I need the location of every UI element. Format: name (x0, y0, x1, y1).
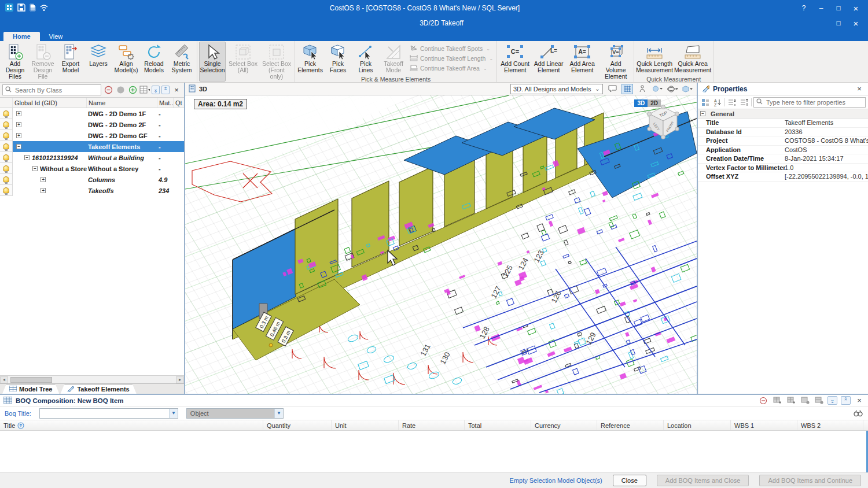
model-canvas[interactable]: 123124125126127128129130131 0.3 m 0.46 m… (185, 95, 697, 394)
table-view-dropdown-icon[interactable] (139, 85, 150, 95)
tree-row[interactable]: +DWG - 2D Demo 1F- (0, 108, 184, 119)
toggle-2d-button[interactable]: 2D (648, 99, 661, 107)
database-icon[interactable] (29, 3, 36, 13)
boq-expand-icon[interactable]: ⌄⌄ (827, 396, 837, 405)
tab-model-tree[interactable]: Model Tree (2, 384, 59, 394)
collapse-rows-icon[interactable] (739, 97, 749, 108)
boq-column-header[interactable]: Rate (399, 420, 465, 430)
property-row[interactable]: Offset XYZ[-22.20955022139894, -0.0, 12.… (698, 172, 868, 182)
binoculars-icon[interactable] (853, 409, 863, 418)
col-global-id[interactable]: Global Id (GID) (13, 98, 87, 108)
boq-title-combo[interactable]: ▼ (39, 408, 178, 419)
visibility-bulb-icon[interactable] (3, 121, 9, 128)
network-icon[interactable] (39, 4, 49, 13)
save-icon[interactable] (17, 3, 25, 13)
tree-expander[interactable]: − (24, 155, 30, 160)
col-mat[interactable]: Mat... (157, 98, 174, 108)
col-qt[interactable]: Qt (174, 98, 184, 108)
property-row[interactable]: Vertex Factor to Millimeter1.0 (698, 164, 868, 173)
table-add-row-icon[interactable] (772, 396, 782, 405)
boq-column-header[interactable]: Quantity (263, 420, 332, 430)
pick-faces-button[interactable]: Pick Faces (325, 42, 351, 75)
tree-expander[interactable]: − (32, 166, 38, 171)
tree-row[interactable]: +Takeoffs234 (0, 185, 184, 196)
visibility-bulb-icon[interactable] (3, 154, 9, 161)
properties-filter-box[interactable] (753, 97, 866, 108)
pick-lines-button[interactable]: Pick Lines (352, 42, 379, 75)
scroll-right-arrow[interactable]: ▸ (176, 376, 184, 383)
tab-view[interactable]: View (40, 32, 72, 41)
doc-close-button[interactable]: × (848, 18, 863, 28)
help-button[interactable]: ? (796, 3, 811, 13)
tree-row[interactable]: −Without a StoreyWithout a Storey- (0, 163, 184, 174)
scroll-thumb[interactable] (10, 377, 52, 383)
horizontal-scrollbar[interactable]: ◂ ▸ (0, 375, 184, 383)
boq-table-body[interactable] (0, 431, 868, 472)
boq-column-header[interactable]: WBS 2 (797, 420, 863, 430)
property-row[interactable]: ProjectCOSTOS8 - CostOS 8 What's New (698, 136, 868, 146)
object-combo[interactable]: Object ▼ (186, 408, 284, 419)
remove-circle-icon[interactable] (103, 85, 113, 95)
tree-expander[interactable]: + (16, 111, 21, 116)
visibility-bulb-icon[interactable] (3, 165, 9, 172)
design-selector-combo[interactable]: 3D. All Designs and Models ⌄ (510, 84, 603, 94)
property-row[interactable]: TitleTakeoff Elements (698, 119, 868, 128)
add-area-element-button[interactable]: A= Add Area Element (566, 42, 598, 82)
col-name[interactable]: Name (87, 98, 157, 108)
empty-selection-link[interactable]: Empty Selection Model Object(s) (510, 477, 602, 484)
grid-toggle-icon[interactable] (621, 84, 633, 94)
tab-home[interactable]: Home (3, 32, 40, 41)
doc-restore-button[interactable]: □ (831, 18, 846, 28)
tab-takeoff-elements[interactable]: Takeoff Elements (60, 384, 136, 394)
quick-length-measurement-button[interactable]: Quick Length Measurement (636, 42, 673, 75)
property-row[interactable]: Creation Date/Time8-Jan-2021 15:34:17 (698, 154, 868, 164)
visibility-bulb-icon[interactable] (3, 110, 9, 117)
boq-column-header[interactable]: Currency (531, 420, 597, 430)
shading-mode-icon[interactable] (652, 84, 663, 94)
comment-icon[interactable] (606, 84, 618, 94)
add-count-element-button[interactable]: C= Add Count Element (499, 42, 531, 82)
table-add-col-icon[interactable] (786, 396, 796, 405)
export-model-button[interactable]: Export Model (57, 42, 84, 82)
tree-expander[interactable]: − (16, 144, 21, 149)
sort-az-icon[interactable]: AZ (712, 97, 723, 108)
table-split-icon[interactable] (814, 396, 824, 405)
pick-elements-button[interactable]: Pick Elements (297, 42, 323, 75)
orbit-icon[interactable] (667, 84, 678, 94)
boq-column-header[interactable]: Title (0, 420, 263, 430)
tree-row[interactable]: +DWG - 2D Demo GF- (0, 130, 184, 141)
align-models-button[interactable]: Align Model(s) (113, 42, 139, 82)
collapse-all-icon[interactable]: ⌃⌃ (161, 86, 170, 94)
properties-filter-input[interactable] (765, 98, 863, 106)
tree-row[interactable]: −Takeoff Elements- (0, 141, 184, 152)
boq-close-icon[interactable]: × (854, 396, 865, 405)
add-linear-element-button[interactable]: L= Add Linear Element (532, 42, 565, 82)
tree-row[interactable]: +DWG - 2D Demo 2F- (0, 119, 184, 130)
expand-rows-icon[interactable] (727, 97, 737, 108)
add-circle-icon[interactable] (127, 85, 138, 95)
tree-expander[interactable]: + (41, 177, 46, 182)
boq-column-header[interactable]: Location (664, 420, 731, 430)
sort-up-icon[interactable] (17, 422, 24, 429)
close-boq-button[interactable]: Close (613, 475, 646, 486)
boq-column-header[interactable]: Reference (597, 420, 664, 430)
close-button[interactable]: × (848, 3, 863, 13)
quick-area-measurement-button[interactable]: Quick Area Measurement (674, 42, 711, 75)
scroll-left-arrow[interactable]: ◂ (0, 376, 8, 383)
properties-close-icon[interactable]: × (854, 84, 865, 94)
toggle-3d-button[interactable]: 3D (634, 99, 648, 107)
expand-all-icon[interactable]: ⌄⌄ (152, 86, 160, 94)
view-cube-icon[interactable] (682, 84, 693, 94)
search-input[interactable] (14, 86, 98, 94)
visibility-bulb-icon[interactable] (3, 143, 9, 150)
add-design-files-button[interactable]: Add Design Files (2, 42, 28, 82)
viewport-tab-label[interactable]: 3D (199, 86, 207, 93)
add-volume-element-button[interactable]: V= Add Volume Element (599, 42, 632, 82)
search-box[interactable] (2, 84, 101, 95)
visibility-bulb-icon[interactable] (3, 176, 9, 183)
metric-system-button[interactable]: Metric System (168, 42, 195, 82)
restore-button[interactable]: □ (831, 3, 846, 13)
collapse-section-icon[interactable]: − (700, 111, 705, 116)
boq-column-header[interactable]: WBS 1 (731, 420, 797, 430)
table-merge-icon[interactable] (800, 396, 810, 405)
